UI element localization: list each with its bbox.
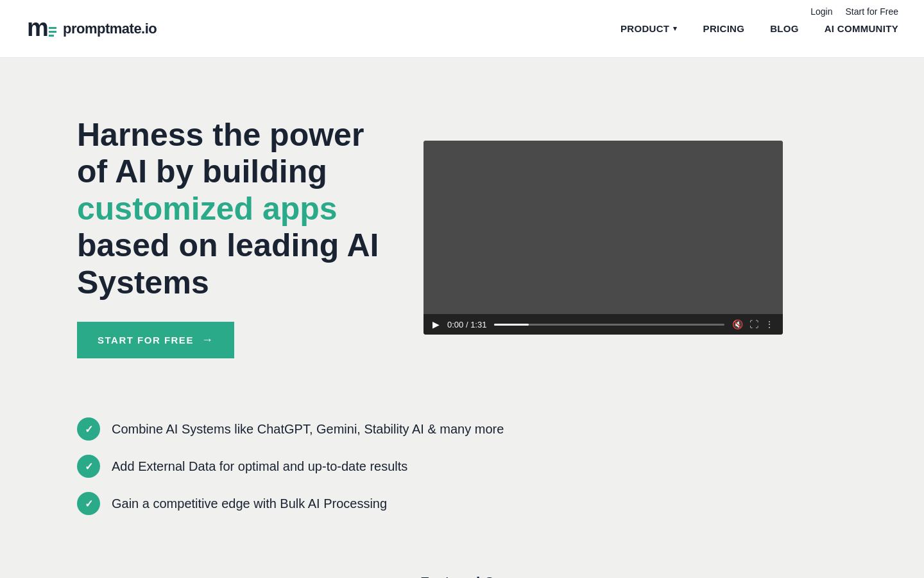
start-free-top-link[interactable]: Start for Free [846,6,898,17]
feature-text-3: Gain a competitive edge with Bulk AI Pro… [112,496,387,511]
more-options-icon[interactable]: ⋮ [765,319,774,329]
features-section: ✓ Combine AI Systems like ChatGPT, Gemin… [0,405,924,555]
video-right-controls: 🔇 ⛶ ⋮ [732,319,774,329]
video-player[interactable]: ▶ 0:00 / 1:31 🔇 ⛶ ⋮ [424,141,783,335]
login-link[interactable]: Login [810,6,832,17]
start-for-free-button[interactable]: START FOR FREE → [77,322,234,358]
arrow-right-icon: → [201,333,214,347]
header: Login Start for Free m promptmate.io PRO… [0,0,924,58]
hero-left: Harness the power of AI by building cust… [77,117,385,359]
check-icon-1: ✓ [85,423,93,435]
svg-rect-3 [49,31,56,33]
video-time: 0:00 / 1:31 [447,320,486,329]
progress-bar[interactable] [494,324,724,326]
logo-icon: m [26,13,58,45]
feature-text-1: Combine AI Systems like ChatGPT, Gemini,… [112,422,504,437]
feature-text-2: Add External Data for optimal and up-to-… [112,459,407,474]
cta-label: START FOR FREE [98,335,194,346]
mute-icon[interactable]: 🔇 [732,319,743,329]
hero-title-part2: based on leading AI Systems [77,227,379,301]
nav-pricing[interactable]: PRICING [703,23,745,34]
nav-community[interactable]: AI COMMUNITY [825,23,898,34]
hero-title-highlight: customized apps [77,191,338,227]
featured-title: Featured On [26,574,898,578]
svg-text:m: m [27,14,49,41]
feature-item-2: ✓ Add External Data for optimal and up-t… [77,455,847,478]
chevron-down-icon: ▾ [673,24,677,33]
check-circle-2: ✓ [77,455,100,478]
svg-rect-2 [49,27,56,29]
feature-item-1: ✓ Combine AI Systems like ChatGPT, Gemin… [77,417,847,441]
hero-title: Harness the power of AI by building cust… [77,117,385,302]
video-controls: ▶ 0:00 / 1:31 🔇 ⛶ ⋮ [424,314,783,335]
hero-section: Harness the power of AI by building cust… [0,58,924,405]
check-circle-3: ✓ [77,492,100,515]
play-button[interactable]: ▶ [432,319,440,329]
check-icon-2: ✓ [85,460,93,473]
check-circle-1: ✓ [77,417,100,441]
hero-right: ▶ 0:00 / 1:31 🔇 ⛶ ⋮ [424,141,873,335]
nav-blog[interactable]: BLOG [770,23,799,34]
featured-section: Featured On P FEATURED ON Product Hunt ▲… [0,555,924,578]
logo-text: promptmate.io [63,21,157,37]
nav-product[interactable]: PRODUCT ▾ [620,23,678,34]
feature-item-3: ✓ Gain a competitive edge with Bulk AI P… [77,492,847,515]
main-nav: PRODUCT ▾ PRICING BLOG AI COMMUNITY [620,23,898,34]
logo[interactable]: m promptmate.io [26,13,157,45]
check-icon-3: ✓ [85,498,93,510]
fullscreen-icon[interactable]: ⛶ [749,319,758,329]
top-right-links: Login Start for Free [810,0,898,23]
svg-rect-4 [49,35,54,37]
progress-fill [494,324,529,326]
hero-title-part1: Harness the power of AI by building [77,117,364,190]
video-screen [424,141,783,314]
